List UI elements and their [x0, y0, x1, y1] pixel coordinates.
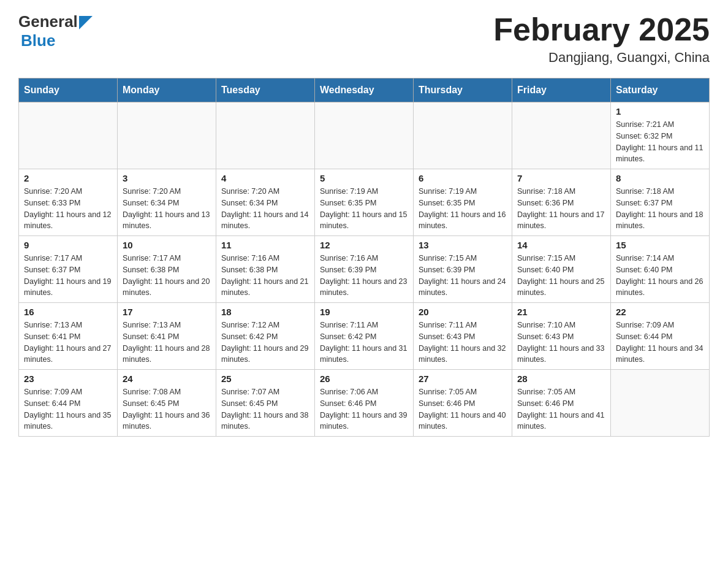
calendar-cell: 26Sunrise: 7:06 AMSunset: 6:46 PMDayligh…	[315, 370, 414, 437]
column-header-friday: Friday	[512, 79, 611, 102]
day-info: Sunrise: 7:17 AMSunset: 6:38 PMDaylight:…	[123, 253, 211, 299]
day-number: 1	[616, 106, 704, 117]
day-number: 27	[419, 373, 507, 384]
day-info: Sunrise: 7:15 AMSunset: 6:40 PMDaylight:…	[517, 253, 605, 299]
column-header-sunday: Sunday	[19, 79, 118, 102]
title-block: February 2025 Dangjiang, Guangxi, China	[493, 12, 710, 66]
day-info: Sunrise: 7:16 AMSunset: 6:39 PMDaylight:…	[320, 253, 408, 299]
day-number: 28	[517, 373, 605, 384]
calendar-cell: 27Sunrise: 7:05 AMSunset: 6:46 PMDayligh…	[414, 370, 512, 437]
day-info: Sunrise: 7:07 AMSunset: 6:45 PMDaylight:…	[221, 386, 309, 432]
day-info: Sunrise: 7:16 AMSunset: 6:38 PMDaylight:…	[221, 253, 309, 299]
calendar-cell: 8Sunrise: 7:18 AMSunset: 6:37 PMDaylight…	[611, 169, 710, 236]
day-number: 21	[517, 307, 605, 317]
logo-triangle-icon	[79, 16, 93, 29]
day-number: 12	[320, 240, 408, 250]
day-info: Sunrise: 7:08 AMSunset: 6:45 PMDaylight:…	[123, 386, 211, 432]
day-info: Sunrise: 7:11 AMSunset: 6:42 PMDaylight:…	[320, 320, 408, 366]
column-header-wednesday: Wednesday	[315, 79, 414, 102]
calendar-cell: 23Sunrise: 7:09 AMSunset: 6:44 PMDayligh…	[19, 370, 118, 437]
calendar-table: SundayMondayTuesdayWednesdayThursdayFrid…	[18, 78, 710, 437]
calendar-cell: 25Sunrise: 7:07 AMSunset: 6:45 PMDayligh…	[216, 370, 315, 437]
svg-marker-0	[79, 16, 93, 29]
logo-text-blue: Blue	[21, 31, 55, 50]
day-number: 6	[419, 173, 507, 183]
logo-text-general: General	[18, 12, 78, 31]
day-number: 22	[616, 307, 704, 317]
day-info: Sunrise: 7:15 AMSunset: 6:39 PMDaylight:…	[419, 253, 507, 299]
day-number: 3	[123, 173, 211, 183]
calendar-cell: 20Sunrise: 7:11 AMSunset: 6:43 PMDayligh…	[414, 303, 512, 370]
calendar-cell: 17Sunrise: 7:13 AMSunset: 6:41 PMDayligh…	[118, 303, 216, 370]
day-info: Sunrise: 7:09 AMSunset: 6:44 PMDaylight:…	[616, 320, 704, 366]
calendar-cell	[611, 370, 710, 437]
day-number: 15	[616, 240, 704, 250]
logo: General Blue	[18, 12, 93, 50]
day-number: 11	[221, 240, 309, 250]
calendar-title: February 2025	[493, 12, 710, 47]
day-number: 20	[419, 307, 507, 317]
calendar-cell: 18Sunrise: 7:12 AMSunset: 6:42 PMDayligh…	[216, 303, 315, 370]
day-info: Sunrise: 7:20 AMSunset: 6:34 PMDaylight:…	[221, 186, 309, 232]
column-header-thursday: Thursday	[414, 79, 512, 102]
calendar-cell	[118, 102, 216, 169]
day-info: Sunrise: 7:19 AMSunset: 6:35 PMDaylight:…	[320, 186, 408, 232]
day-info: Sunrise: 7:10 AMSunset: 6:43 PMDaylight:…	[517, 320, 605, 366]
day-number: 13	[419, 240, 507, 250]
calendar-cell: 16Sunrise: 7:13 AMSunset: 6:41 PMDayligh…	[19, 303, 118, 370]
day-info: Sunrise: 7:17 AMSunset: 6:37 PMDaylight:…	[24, 253, 112, 299]
calendar-header-row: SundayMondayTuesdayWednesdayThursdayFrid…	[19, 79, 710, 102]
day-info: Sunrise: 7:05 AMSunset: 6:46 PMDaylight:…	[419, 386, 507, 432]
calendar-cell: 1Sunrise: 7:21 AMSunset: 6:32 PMDaylight…	[611, 102, 710, 169]
calendar-week-row: 16Sunrise: 7:13 AMSunset: 6:41 PMDayligh…	[19, 303, 710, 370]
day-info: Sunrise: 7:06 AMSunset: 6:46 PMDaylight:…	[320, 386, 408, 432]
calendar-cell: 28Sunrise: 7:05 AMSunset: 6:46 PMDayligh…	[512, 370, 611, 437]
calendar-cell	[19, 102, 118, 169]
calendar-cell	[512, 102, 611, 169]
calendar-cell: 7Sunrise: 7:18 AMSunset: 6:36 PMDaylight…	[512, 169, 611, 236]
calendar-cell: 11Sunrise: 7:16 AMSunset: 6:38 PMDayligh…	[216, 236, 315, 303]
day-number: 25	[221, 373, 309, 384]
day-info: Sunrise: 7:11 AMSunset: 6:43 PMDaylight:…	[419, 320, 507, 366]
day-number: 4	[221, 173, 309, 183]
calendar-cell: 19Sunrise: 7:11 AMSunset: 6:42 PMDayligh…	[315, 303, 414, 370]
day-info: Sunrise: 7:18 AMSunset: 6:36 PMDaylight:…	[517, 186, 605, 232]
column-header-tuesday: Tuesday	[216, 79, 315, 102]
day-info: Sunrise: 7:12 AMSunset: 6:42 PMDaylight:…	[221, 320, 309, 366]
day-number: 26	[320, 373, 408, 384]
day-info: Sunrise: 7:13 AMSunset: 6:41 PMDaylight:…	[24, 320, 112, 366]
day-number: 19	[320, 307, 408, 317]
day-number: 5	[320, 173, 408, 183]
calendar-cell: 12Sunrise: 7:16 AMSunset: 6:39 PMDayligh…	[315, 236, 414, 303]
day-info: Sunrise: 7:14 AMSunset: 6:40 PMDaylight:…	[616, 253, 704, 299]
column-header-monday: Monday	[118, 79, 216, 102]
calendar-cell: 14Sunrise: 7:15 AMSunset: 6:40 PMDayligh…	[512, 236, 611, 303]
page-header: General Blue February 2025 Dangjiang, Gu…	[18, 12, 710, 66]
calendar-cell: 9Sunrise: 7:17 AMSunset: 6:37 PMDaylight…	[19, 236, 118, 303]
calendar-cell: 21Sunrise: 7:10 AMSunset: 6:43 PMDayligh…	[512, 303, 611, 370]
day-number: 10	[123, 240, 211, 250]
day-info: Sunrise: 7:20 AMSunset: 6:33 PMDaylight:…	[24, 186, 112, 232]
day-info: Sunrise: 7:20 AMSunset: 6:34 PMDaylight:…	[123, 186, 211, 232]
calendar-week-row: 9Sunrise: 7:17 AMSunset: 6:37 PMDaylight…	[19, 236, 710, 303]
calendar-cell: 6Sunrise: 7:19 AMSunset: 6:35 PMDaylight…	[414, 169, 512, 236]
calendar-cell: 22Sunrise: 7:09 AMSunset: 6:44 PMDayligh…	[611, 303, 710, 370]
day-number: 17	[123, 307, 211, 317]
calendar-cell: 15Sunrise: 7:14 AMSunset: 6:40 PMDayligh…	[611, 236, 710, 303]
calendar-week-row: 1Sunrise: 7:21 AMSunset: 6:32 PMDaylight…	[19, 102, 710, 169]
calendar-cell	[216, 102, 315, 169]
day-number: 14	[517, 240, 605, 250]
calendar-cell: 3Sunrise: 7:20 AMSunset: 6:34 PMDaylight…	[118, 169, 216, 236]
calendar-cell: 10Sunrise: 7:17 AMSunset: 6:38 PMDayligh…	[118, 236, 216, 303]
day-number: 2	[24, 173, 112, 183]
day-number: 16	[24, 307, 112, 317]
calendar-cell: 5Sunrise: 7:19 AMSunset: 6:35 PMDaylight…	[315, 169, 414, 236]
day-info: Sunrise: 7:19 AMSunset: 6:35 PMDaylight:…	[419, 186, 507, 232]
calendar-cell	[315, 102, 414, 169]
day-info: Sunrise: 7:21 AMSunset: 6:32 PMDaylight:…	[616, 119, 704, 165]
day-number: 24	[123, 373, 211, 384]
day-number: 23	[24, 373, 112, 384]
day-number: 9	[24, 240, 112, 250]
day-info: Sunrise: 7:05 AMSunset: 6:46 PMDaylight:…	[517, 386, 605, 432]
calendar-cell: 2Sunrise: 7:20 AMSunset: 6:33 PMDaylight…	[19, 169, 118, 236]
